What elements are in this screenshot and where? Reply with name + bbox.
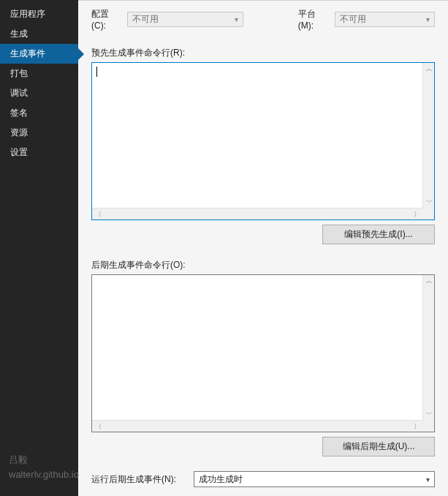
postbuild-button-row: 编辑后期生成(U)... [91,437,435,456]
platform-value: 不可用 [340,13,366,26]
postbuild-text[interactable] [92,275,422,420]
config-label: 配置(C): [91,8,121,31]
sidebar-items: 应用程序 生成 生成事件 打包 调试 签名 资源 设置 [0,0,78,162]
sidebar-item-label: 应用程序 [10,9,45,19]
scroll-left-icon[interactable]: 〈 [92,208,104,220]
postbuild-textarea[interactable]: ︿ ﹀ 〈 〉 [91,274,435,432]
chevron-down-icon: ▾ [235,15,238,23]
sidebar-item-label: 调试 [10,88,28,98]
scroll-left-icon[interactable]: 〈 [92,421,104,432]
chevron-down-icon: ▾ [426,476,430,484]
sidebar-item-application[interactable]: 应用程序 [0,4,78,24]
scroll-down-icon[interactable]: ﹀ [423,408,435,420]
scroll-track[interactable] [423,287,434,408]
chevron-down-icon: ▾ [426,15,430,23]
scroll-track[interactable] [104,421,411,432]
prebuild-label: 预先生成事件命令行(R): [91,47,435,59]
run-postbuild-label: 运行后期生成事件(N): [91,473,176,486]
run-postbuild-dropdown[interactable]: 成功生成时 ▾ [194,471,435,487]
config-value: 不可用 [132,13,159,26]
platform-label: 平台(M): [298,8,329,31]
scroll-track[interactable] [423,75,434,196]
config-row: 配置(C): 不可用 ▾ 平台(M): 不可用 ▾ [91,8,435,31]
horizontal-scrollbar[interactable]: 〈 〉 [92,208,422,219]
sidebar-item-build-events[interactable]: 生成事件 [0,44,78,64]
postbuild-label: 后期生成事件命令行(O): [91,259,435,271]
sidebar-item-label: 签名 [10,108,28,118]
author-name: 吕毅 [9,453,69,467]
sidebar-item-label: 生成事件 [10,48,45,59]
platform-dropdown[interactable]: 不可用 ▾ [335,12,435,27]
sidebar-item-label: 打包 [10,68,28,78]
sidebar-item-settings[interactable]: 设置 [0,143,78,162]
sidebar-item-build[interactable]: 生成 [0,24,78,44]
edit-prebuild-button[interactable]: 编辑预先生成(I)... [322,225,435,244]
sidebar-item-label: 生成 [10,29,28,39]
author-site: walterlv.github.io [9,467,69,482]
scroll-right-icon[interactable]: 〉 [411,208,422,220]
scroll-up-icon[interactable]: ︿ [423,63,435,75]
prebuild-textarea[interactable]: ︿ ﹀ 〈 〉 [91,62,435,220]
scroll-track[interactable] [104,208,411,219]
scroll-right-icon[interactable]: 〉 [411,421,422,432]
run-postbuild-row: 运行后期生成事件(N): 成功生成时 ▾ [91,471,435,487]
vertical-scrollbar[interactable]: ︿ ﹀ [422,275,434,420]
edit-postbuild-button[interactable]: 编辑后期生成(U)... [322,437,435,456]
prebuild-button-row: 编辑预先生成(I)... [91,225,435,244]
sidebar-item-package[interactable]: 打包 [0,64,78,83]
sidebar-item-resources[interactable]: 资源 [0,123,78,143]
vertical-scrollbar[interactable]: ︿ ﹀ [422,63,434,208]
scroll-down-icon[interactable]: ﹀ [423,196,435,208]
run-postbuild-value: 成功生成时 [199,473,243,486]
scroll-corner [422,420,434,432]
config-dropdown[interactable]: 不可用 ▾ [127,12,244,27]
main-panel: 配置(C): 不可用 ▾ 平台(M): 不可用 ▾ 预先生成事件命令行(R): … [78,0,448,496]
prebuild-text[interactable] [92,63,422,208]
button-label: 编辑后期生成(U)... [343,441,415,451]
scroll-up-icon[interactable]: ︿ [423,275,435,287]
sidebar: 应用程序 生成 生成事件 打包 调试 签名 资源 设置 吕毅 walterlv.… [0,0,78,496]
scroll-corner [422,208,434,219]
horizontal-scrollbar[interactable]: 〈 〉 [92,420,422,432]
button-label: 编辑预先生成(I)... [344,229,412,239]
sidebar-item-signing[interactable]: 签名 [0,103,78,123]
text-cursor [96,67,97,77]
sidebar-item-label: 设置 [10,147,28,157]
sidebar-footer: 吕毅 walterlv.github.io [0,446,78,496]
sidebar-item-label: 资源 [10,127,28,138]
sidebar-item-debug[interactable]: 调试 [0,83,78,103]
